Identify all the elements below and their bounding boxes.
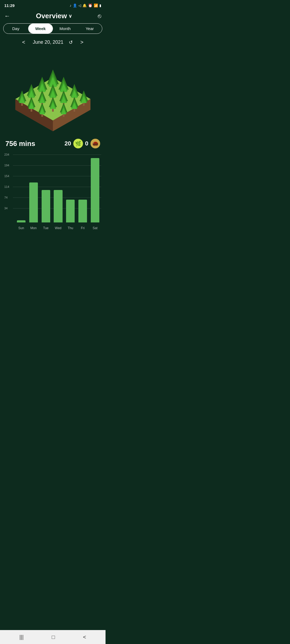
x-label-sat: Sat [89,226,101,230]
signal-icon: 📶 [94,3,98,8]
total-minutes: 756 mins [5,140,35,148]
alarm-icon: 🔔 [82,3,87,8]
forest-svg [7,53,99,134]
x-label-tue: Tue [40,226,52,230]
bar-sun [17,220,26,222]
date-navigation: < June 20, 2021 ↺ > [0,37,106,51]
y-label-234: 234 [4,153,9,156]
bar-wed [54,190,62,222]
status-bar: 11:29 ♪ 👤 ◁ 🔔 ⏰ 📶 ▮ [0,0,106,10]
bar-col-fri [77,158,89,222]
bar-col-sat [89,158,101,222]
y-label-194: 194 [4,164,9,167]
bar-tue [42,190,50,222]
x-label-wed: Wed [52,226,64,230]
x-label-thu: Thu [64,226,77,230]
dead-tree-icon: 🌰 [92,141,98,147]
svg-rect-52 [52,109,54,112]
x-label-mon: Mon [27,226,40,230]
tab-month[interactable]: Month [53,24,78,34]
stats-row: 756 mins 20 🌿 0 🌰 [0,137,106,153]
chart-area: 234 194 154 114 74 34 SunMonTueWedThuFri… [4,155,101,230]
y-label-74: 74 [4,196,8,199]
y-label-34: 34 [4,207,8,210]
x-label-fri: Fri [77,226,89,230]
bar-chart-container: 234 194 154 114 74 34 SunMonTueWedThuFri… [0,153,106,234]
status-icons: ♪ 👤 ◁ 🔔 ⏰ 📶 ▮ [70,3,102,8]
bar-mon [29,182,38,222]
chart-bars [15,158,101,222]
svg-rect-60 [41,114,43,117]
header-title-text: Overview [36,12,67,20]
reset-date-button[interactable]: ↺ [69,39,73,45]
notification-icon: 👤 [73,3,77,8]
x-axis-labels: SunMonTueWedThuFriSat [15,226,101,230]
forest-visualization [0,51,106,137]
x-label-sun: Sun [15,226,27,230]
bar-fri [78,200,87,222]
svg-rect-44 [83,103,85,106]
dead-tree-badge: 🌰 [90,139,100,148]
share-button[interactable]: ⎋ [98,13,101,20]
bar-col-sun [15,158,27,222]
dropdown-icon[interactable]: ∨ [68,13,72,19]
current-date: June 20, 2021 [33,39,63,45]
tab-year[interactable]: Year [77,24,102,34]
battery-icon: ▮ [99,3,101,8]
svg-rect-56 [74,109,75,112]
next-date-button[interactable]: > [78,38,86,46]
clock-icon: ⏰ [88,3,92,8]
green-tree-icon: 🌿 [75,141,81,147]
svg-rect-48 [31,109,32,112]
status-time: 11:29 [4,3,15,8]
svg-rect-32 [21,103,23,106]
y-label-114: 114 [4,185,9,188]
tab-day[interactable]: Day [3,24,28,34]
green-tree-badge: 🌿 [73,139,83,148]
period-tab-bar: Day Week Month Year [3,23,102,34]
music-icon: ♪ [70,3,72,8]
header-title-group[interactable]: Overview ∨ [36,12,72,20]
bar-sat [91,158,99,222]
bar-col-mon [27,158,40,222]
send-icon: ◁ [78,3,81,8]
tab-week[interactable]: Week [28,24,53,34]
tree-counts: 20 🌿 0 🌰 [64,139,100,148]
bar-col-tue [40,158,52,222]
dead-tree-count: 0 [85,140,88,147]
svg-rect-64 [63,114,64,117]
green-tree-count: 20 [64,140,71,147]
bar-col-thu [64,158,77,222]
app-header: ← Overview ∨ ⎋ [0,10,106,23]
y-label-154: 154 [4,174,9,178]
back-button[interactable]: ← [4,13,10,20]
bar-thu [66,200,75,222]
prev-date-button[interactable]: < [20,38,27,46]
bar-col-wed [52,158,64,222]
